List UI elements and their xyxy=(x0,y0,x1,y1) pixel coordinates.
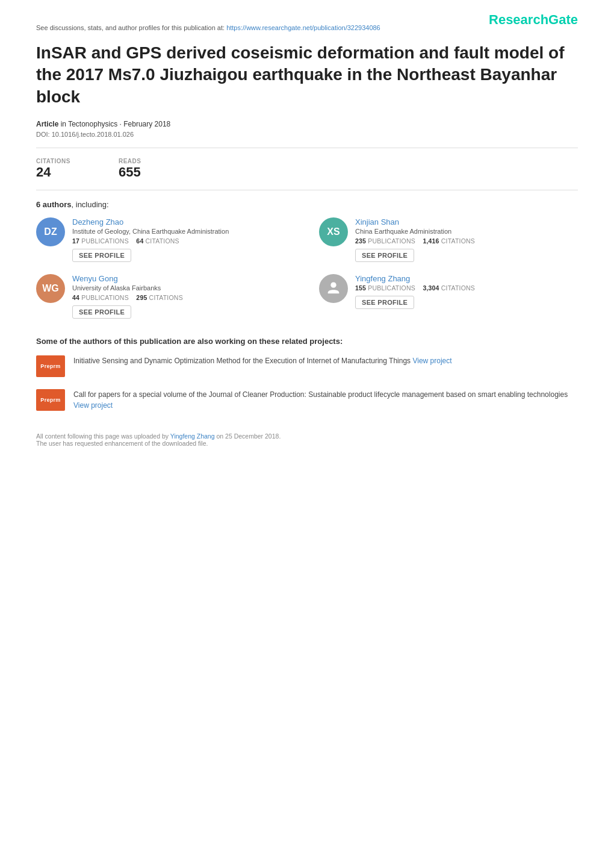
author-info-4: Yingfeng Zhang 155 PUBLICATIONS 3,304 CI… xyxy=(355,274,578,309)
author-info-2: Xinjian Shan China Earthquake Administra… xyxy=(355,217,578,262)
project-text-1: Initiative Sensing and Dynamic Optimizat… xyxy=(73,355,452,366)
project-item-2: Preprm Call for papers for a special vol… xyxy=(36,389,578,411)
project-link-2[interactable]: View project xyxy=(73,401,113,410)
author-stats-3: 44 PUBLICATIONS 295 CITATIONS xyxy=(72,294,295,301)
author-name-4[interactable]: Yingfeng Zhang xyxy=(355,274,578,283)
author-name-3[interactable]: Wenyu Gong xyxy=(72,274,295,283)
paper-title: InSAR and GPS derived coseismic deformat… xyxy=(36,42,578,108)
see-profile-button-1[interactable]: SEE PROFILE xyxy=(72,249,131,262)
author-affiliation-3: University of Alaska Fairbanks xyxy=(72,284,295,292)
author-name-1[interactable]: Dezheng Zhao xyxy=(72,217,295,226)
authors-heading: 6 authors, including: xyxy=(36,200,578,209)
researchgate-logo: ResearchGate xyxy=(489,12,578,28)
author-avatar-1: DZ xyxy=(36,217,65,246)
authors-grid: DZ Dezheng Zhao Institute of Geology, Ch… xyxy=(36,217,578,319)
citations-label: CITATIONS xyxy=(36,158,70,164)
see-profile-button-3[interactable]: SEE PROFILE xyxy=(72,305,131,319)
author-stats-2: 235 PUBLICATIONS 1,416 CITATIONS xyxy=(355,237,578,245)
doi: DOI: 10.1016/j.tecto.2018.01.026 xyxy=(36,131,578,138)
divider-2 xyxy=(36,190,578,190)
footer-line-1: All content following this page was uplo… xyxy=(36,432,578,440)
citations-value: 24 xyxy=(36,164,70,180)
author-card-3: WG Wenyu Gong University of Alaska Fairb… xyxy=(36,274,295,319)
author-stats-4: 155 PUBLICATIONS 3,304 CITATIONS xyxy=(355,284,578,292)
see-profile-button-2[interactable]: SEE PROFILE xyxy=(355,249,414,262)
author-card-1: DZ Dezheng Zhao Institute of Geology, Ch… xyxy=(36,217,295,262)
project-thumb-2: Preprm xyxy=(36,389,65,411)
author-card-2: XS Xinjian Shan China Earthquake Adminis… xyxy=(319,217,578,262)
stats-row: CITATIONS 24 READS 655 xyxy=(36,158,578,180)
citations-block: CITATIONS 24 xyxy=(36,158,70,180)
related-projects-heading: Some of the authors of this publication … xyxy=(36,337,578,346)
publication-link[interactable]: https://www.researchgate.net/publication… xyxy=(226,24,380,31)
project-link-1[interactable]: View project xyxy=(412,357,451,365)
footer-line-2: The user has requested enhancement of th… xyxy=(36,440,578,447)
svg-point-0 xyxy=(330,283,336,288)
author-card-4: Yingfeng Zhang 155 PUBLICATIONS 3,304 CI… xyxy=(319,274,578,319)
author-name-2[interactable]: Xinjian Shan xyxy=(355,217,578,226)
author-stats-1: 17 PUBLICATIONS 64 CITATIONS xyxy=(72,237,295,245)
article-meta: Article in Tectonophysics · February 201… xyxy=(36,120,578,128)
author-info-1: Dezheng Zhao Institute of Geology, China… xyxy=(72,217,295,262)
project-item-1: Preprm Initiative Sensing and Dynamic Op… xyxy=(36,355,578,377)
uploader-link[interactable]: Yingfeng Zhang xyxy=(170,432,215,440)
footer: All content following this page was uplo… xyxy=(36,432,578,447)
author-affiliation-2: China Earthquake Administration xyxy=(355,228,578,235)
reads-label: READS xyxy=(119,158,141,164)
project-text-2: Call for papers for a special volume of … xyxy=(73,389,578,411)
see-profile-button-4[interactable]: SEE PROFILE xyxy=(355,296,414,309)
person-icon xyxy=(325,280,342,297)
reads-value: 655 xyxy=(119,164,141,180)
project-thumb-1: Preprm xyxy=(36,355,65,377)
author-affiliation-1: Institute of Geology, China Earthquake A… xyxy=(72,228,295,235)
divider-1 xyxy=(36,148,578,148)
author-avatar-3: WG xyxy=(36,274,65,303)
reads-block: READS 655 xyxy=(119,158,141,180)
author-avatar-2: XS xyxy=(319,217,348,246)
author-avatar-4 xyxy=(319,274,348,303)
author-info-3: Wenyu Gong University of Alaska Fairbank… xyxy=(72,274,295,319)
